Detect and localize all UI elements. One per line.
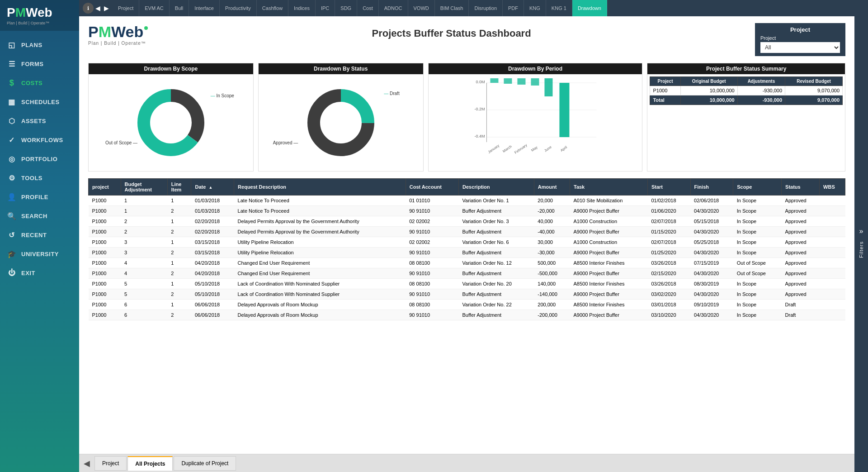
cell-budget: 6 — [121, 310, 167, 320]
cell-start: 03/26/2018 — [647, 258, 690, 268]
sidebar-item-search[interactable]: 🔍 SEARCH — [0, 206, 79, 225]
tab-pdf[interactable]: PDF — [503, 0, 524, 16]
cell-amount: 140,000 — [534, 279, 570, 289]
th-description[interactable]: Description — [459, 179, 534, 195]
cell-wbs — [820, 279, 845, 289]
sidebar-item-portfolio[interactable]: ◎ PORTFOLIO — [0, 149, 79, 168]
sidebar-item-university[interactable]: 🎓 UNIVERSITY — [0, 244, 79, 263]
cell-scope: Out of Scope — [733, 258, 782, 268]
tab-drawdown[interactable]: Drawdown — [572, 0, 607, 16]
tab-kng1[interactable]: KNG 1 — [546, 0, 572, 16]
tab-ipc[interactable]: IPC — [316, 0, 335, 16]
tab-evm-ac[interactable]: EVM AC — [139, 0, 170, 16]
summary-original: 10,000,000 — [680, 86, 737, 95]
sidebar-nav: ◱ PLANS ☰ FORMS $ COSTS ▦ SCHEDULES ⬡ AS… — [0, 31, 79, 472]
scope-donut-svg — [132, 84, 209, 161]
tab-productivity[interactable]: Productivity — [220, 0, 257, 16]
th-scope[interactable]: Scope — [733, 179, 782, 195]
info-button[interactable]: ℹ — [83, 3, 94, 14]
sidebar-item-assets[interactable]: ⬡ ASSETS — [0, 111, 79, 130]
sidebar-label-tools: TOOLS — [21, 175, 42, 181]
cell-line: 1 — [167, 237, 191, 248]
svg-text:0.0M: 0.0M — [476, 80, 485, 84]
th-request[interactable]: Request Description — [234, 179, 406, 195]
sidebar-label-profile: PROFILE — [21, 194, 48, 200]
chart-period-title: Drawdown By Period — [429, 63, 642, 74]
th-amount[interactable]: Amount — [534, 179, 570, 195]
tab-project[interactable]: Project — [113, 0, 139, 16]
table-row: P1000 4 2 04/20/2018 Changed End User Re… — [89, 268, 845, 279]
nav-next[interactable]: ▶ — [104, 5, 109, 12]
tab-bim-clash[interactable]: BIM Clash — [435, 0, 469, 16]
th-task[interactable]: Task — [570, 179, 647, 195]
cell-scope: In Scope — [733, 206, 782, 216]
tab-vowd[interactable]: VOWD — [408, 0, 435, 16]
cell-finish: 04/30/2020 — [690, 206, 733, 216]
cell-scope: In Scope — [733, 227, 782, 237]
bottom-tab-project[interactable]: Project — [94, 456, 127, 471]
tab-adnoc[interactable]: ADNOC — [379, 0, 408, 16]
summary-table: Project Original Budget Adjustments Revi… — [650, 76, 843, 105]
tab-disruption[interactable]: Disruption — [469, 0, 503, 16]
tab-cashflow[interactable]: Cashflow — [257, 0, 288, 16]
th-start[interactable]: Start — [647, 179, 690, 195]
cell-line: 1 — [167, 279, 191, 289]
sidebar-item-forms[interactable]: ☰ FORMS — [0, 54, 79, 73]
cell-amount: -140,000 — [534, 289, 570, 300]
cell-description: Variation Order No. 1 — [459, 195, 534, 206]
project-filter-select[interactable]: All — [760, 42, 840, 53]
th-budget[interactable]: BudgetAdjustment — [121, 179, 167, 195]
cell-task: A9000 Project Buffer — [570, 248, 647, 258]
cell-request: Delayed Approvals of Room Mockup — [234, 310, 406, 320]
tab-kng[interactable]: KNG — [524, 0, 546, 16]
filters-collapse-area[interactable]: » Filters — [859, 224, 864, 265]
th-date[interactable]: Date ▲ — [191, 179, 234, 195]
tab-cost[interactable]: Cost — [357, 0, 379, 16]
nav-prev[interactable]: ◀ — [95, 5, 100, 12]
cell-project: P1000 — [89, 227, 121, 237]
table-row: P1000 1 1 01/03/2018 Late Notice To Proc… — [89, 195, 845, 206]
sidebar-label-plans: PLANS — [21, 42, 42, 48]
cell-request: Lack of Coordination With Nominated Supp… — [234, 279, 406, 289]
th-wbs[interactable]: WBS — [820, 179, 845, 195]
cell-date: 04/20/2018 — [191, 268, 234, 279]
summary-table-wrapper: Project Original Budget Adjustments Revi… — [647, 74, 845, 107]
cell-line: 1 — [167, 300, 191, 310]
scroll-left[interactable]: ◀ — [84, 458, 90, 468]
cell-cost-account: 08 08100 — [406, 258, 458, 268]
sidebar-item-recent[interactable]: ↺ RECENT — [0, 225, 79, 244]
th-status[interactable]: Status — [782, 179, 820, 195]
exit-icon: ⏻ — [7, 268, 17, 278]
cell-amount: 200,000 — [534, 300, 570, 310]
cell-cost-account: 90 91010 — [406, 227, 458, 237]
filters-label[interactable]: Filters — [859, 238, 864, 262]
sidebar-item-schedules[interactable]: ▦ SCHEDULES — [0, 92, 79, 111]
sidebar-item-costs[interactable]: $ COSTS — [0, 73, 79, 92]
cell-project: P1000 — [89, 300, 121, 310]
tab-bull[interactable]: Bull — [170, 0, 189, 16]
cell-scope: In Scope — [733, 300, 782, 310]
sidebar-item-tools[interactable]: ⚙ TOOLS — [0, 168, 79, 187]
bottom-tab-duplicate[interactable]: Duplicate of Project — [174, 456, 236, 471]
tab-sdg[interactable]: SDG — [335, 0, 357, 16]
cell-scope: In Scope — [733, 237, 782, 248]
tab-indices[interactable]: Indices — [288, 0, 316, 16]
th-finish[interactable]: Finish — [690, 179, 733, 195]
cell-task: A8500 Interior Finishes — [570, 300, 647, 310]
th-project[interactable]: project — [89, 179, 121, 195]
cell-date: 04/20/2018 — [191, 258, 234, 268]
tab-interface[interactable]: Interface — [189, 0, 220, 16]
cell-task: A1000 Construction — [570, 237, 647, 248]
sidebar-item-plans[interactable]: ◱ PLANS — [0, 35, 79, 54]
cell-budget: 1 — [121, 206, 167, 216]
schedules-icon: ▦ — [7, 97, 17, 107]
cell-budget: 1 — [121, 195, 167, 206]
sidebar-item-exit[interactable]: ⏻ EXIT — [0, 263, 79, 282]
th-cost-account[interactable]: Cost Account — [406, 179, 458, 195]
cell-description: Buffer Adjustment — [459, 310, 534, 320]
sidebar-item-profile[interactable]: 👤 PROFILE — [0, 187, 79, 206]
sidebar-item-workflows[interactable]: ✓ WORKFLOWS — [0, 130, 79, 149]
th-line[interactable]: LineItem — [167, 179, 191, 195]
svg-text:June: June — [543, 145, 552, 153]
bottom-tab-all-projects[interactable]: All Projects — [127, 456, 173, 471]
